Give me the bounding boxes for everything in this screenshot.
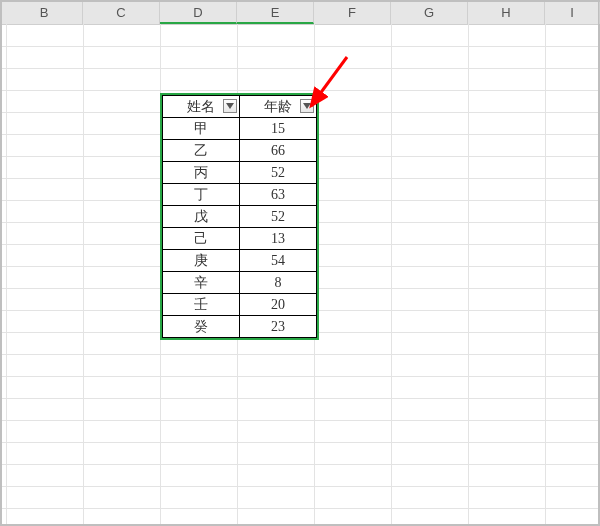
column-header-G[interactable]: G	[391, 2, 468, 24]
selection-rectangle: 姓名 年龄 甲15乙66丙52丁63戊	[160, 93, 319, 340]
chevron-down-icon	[226, 103, 234, 109]
table-row: 乙66	[163, 140, 317, 162]
header-age-label: 年龄	[264, 99, 292, 114]
data-table: 姓名 年龄 甲15乙66丙52丁63戊	[162, 95, 317, 338]
cell-name[interactable]: 丁	[163, 184, 240, 206]
header-cell-name[interactable]: 姓名	[163, 96, 240, 118]
column-header-H[interactable]: H	[468, 2, 545, 24]
column-header-E[interactable]: E	[237, 2, 314, 24]
table-row: 戊52	[163, 206, 317, 228]
cell-age[interactable]: 15	[240, 118, 317, 140]
cell-name[interactable]: 甲	[163, 118, 240, 140]
cell-age[interactable]: 8	[240, 272, 317, 294]
filter-button-age[interactable]	[300, 99, 314, 113]
cell-name[interactable]: 庚	[163, 250, 240, 272]
svg-marker-1	[303, 103, 311, 109]
cell-age[interactable]: 66	[240, 140, 317, 162]
cell-age[interactable]: 52	[240, 162, 317, 184]
header-cell-age[interactable]: 年龄	[240, 96, 317, 118]
column-header-C[interactable]: C	[83, 2, 160, 24]
cell-age[interactable]: 13	[240, 228, 317, 250]
table-row: 癸23	[163, 316, 317, 338]
cell-name[interactable]: 壬	[163, 294, 240, 316]
table-row: 己13	[163, 228, 317, 250]
cell-name[interactable]: 辛	[163, 272, 240, 294]
filter-button-name[interactable]	[223, 99, 237, 113]
table-row: 丙52	[163, 162, 317, 184]
column-header-B[interactable]: B	[6, 2, 83, 24]
column-header-F[interactable]: F	[314, 2, 391, 24]
cell-name[interactable]: 丙	[163, 162, 240, 184]
cell-age[interactable]: 63	[240, 184, 317, 206]
cell-name[interactable]: 癸	[163, 316, 240, 338]
cell-name[interactable]: 戊	[163, 206, 240, 228]
svg-marker-0	[226, 103, 234, 109]
cell-age[interactable]: 54	[240, 250, 317, 272]
table-row: 庚54	[163, 250, 317, 272]
column-header-I[interactable]: I	[545, 2, 600, 24]
column-header-D[interactable]: D	[160, 2, 237, 24]
cell-age[interactable]: 23	[240, 316, 317, 338]
cell-age[interactable]: 52	[240, 206, 317, 228]
table-row: 甲15	[163, 118, 317, 140]
cell-name[interactable]: 乙	[163, 140, 240, 162]
table-row: 辛8	[163, 272, 317, 294]
table-row: 丁63	[163, 184, 317, 206]
table-row: 壬20	[163, 294, 317, 316]
column-header-bar: BCDEFGHI	[2, 2, 598, 25]
header-name-label: 姓名	[187, 99, 215, 114]
chevron-down-icon	[303, 103, 311, 109]
cell-name[interactable]: 己	[163, 228, 240, 250]
cell-age[interactable]: 20	[240, 294, 317, 316]
